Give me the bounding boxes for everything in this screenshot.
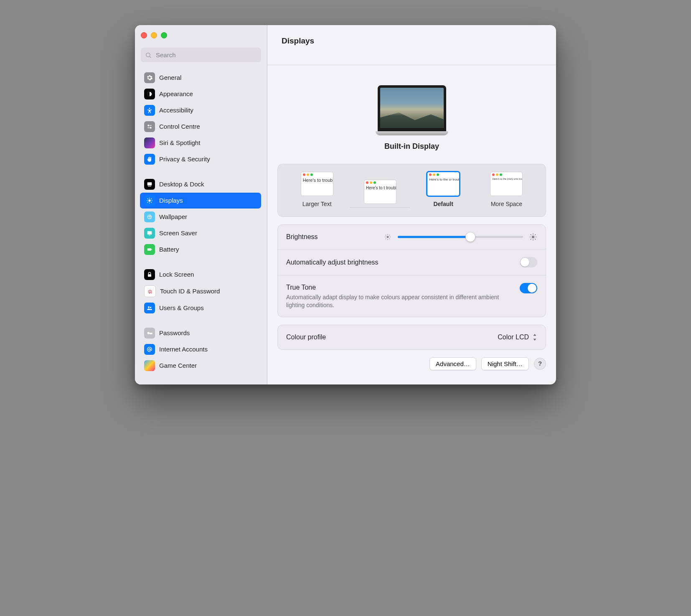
sidebar-item-label: Touch ID & Password: [160, 287, 220, 295]
svg-point-38: [532, 235, 535, 238]
resolution-option-medium[interactable]: Here's to t troublema ones who: [357, 180, 403, 208]
sidebar-item-label: Lock Screen: [159, 270, 194, 279]
svg-rect-9: [148, 186, 151, 186]
brightness-row: Brightness: [278, 225, 546, 249]
svg-point-25: [148, 306, 150, 308]
sidebar-item-displays[interactable]: Displays: [140, 193, 261, 209]
svg-line-34: [386, 235, 386, 235]
page-title: Displays: [282, 36, 556, 46]
brightness-label: Brightness: [286, 232, 318, 242]
up-down-chevron-icon: [532, 334, 537, 341]
colour-profile-row: Colour profile Color LCD: [278, 325, 546, 349]
sidebar-item-desktop-dock[interactable]: Desktop & Dock: [140, 176, 261, 192]
svg-line-35: [389, 239, 390, 239]
sidebar-item-users-groups[interactable]: Users & Groups: [140, 300, 261, 316]
svg-line-1: [150, 56, 151, 58]
main-content: Displays Built-in Display Here's to trou…: [267, 25, 556, 384]
zoom-window-icon[interactable]: [161, 32, 167, 38]
svg-line-46: [535, 234, 536, 235]
sidebar-item-passwords[interactable]: Passwords: [140, 325, 261, 341]
users-icon: [144, 303, 155, 313]
brightness-high-icon: [529, 233, 537, 241]
svg-rect-21: [149, 235, 150, 235]
system-settings-window: General Appearance Accessibility Control…: [135, 25, 556, 384]
accessibility-icon: [144, 105, 155, 116]
help-button[interactable]: ?: [534, 358, 546, 370]
true-tone-description: Automatically adapt display to make colo…: [286, 293, 503, 309]
svg-rect-23: [152, 249, 152, 250]
brightness-slider[interactable]: [398, 232, 523, 242]
search-field[interactable]: [141, 48, 261, 62]
advanced-button[interactable]: Advanced…: [429, 357, 476, 370]
wallpaper-icon: [144, 211, 155, 222]
svg-point-19: [147, 215, 151, 219]
search-input[interactable]: [155, 51, 257, 59]
sidebar-item-touchid-password[interactable]: Touch ID & Password: [140, 283, 261, 300]
sidebar-item-screen-saver[interactable]: Screen Saver: [140, 225, 261, 241]
svg-line-36: [386, 239, 386, 239]
night-shift-button[interactable]: Night Shift…: [481, 357, 529, 370]
sidebar-item-privacy-security[interactable]: Privacy & Security: [140, 151, 261, 167]
fingerprint-icon: [144, 285, 156, 297]
colour-profile-value: Color LCD: [498, 333, 529, 342]
svg-point-29: [387, 236, 389, 238]
desktop-dock-icon: [144, 179, 155, 190]
svg-line-15: [147, 199, 148, 199]
sidebar-item-label: Internet Accounts: [159, 345, 208, 354]
sidebar-item-lock-screen[interactable]: Lock Screen: [140, 267, 261, 283]
sidebar-nav: General Appearance Accessibility Control…: [139, 67, 263, 384]
svg-line-16: [151, 202, 152, 203]
svg-point-6: [150, 127, 151, 128]
sidebar-item-wallpaper[interactable]: Wallpaper: [140, 209, 261, 225]
svg-rect-20: [147, 231, 152, 234]
auto-brightness-toggle[interactable]: [520, 257, 537, 267]
screen-saver-icon: [144, 228, 155, 239]
true-tone-label: True Tone: [286, 283, 503, 292]
sidebar-item-control-centre[interactable]: Control Centre: [140, 119, 261, 135]
resolution-option-default[interactable]: Here's to the cr troublemakers. ones who…: [420, 172, 466, 208]
svg-rect-8: [147, 182, 152, 185]
true-tone-row: True Tone Automatically adapt display to…: [278, 275, 546, 317]
sidebar-item-battery[interactable]: Battery: [140, 242, 261, 257]
svg-rect-22: [147, 248, 151, 250]
colour-profile-select[interactable]: Color LCD: [498, 333, 537, 342]
device-preview: Built-in Display: [267, 72, 556, 164]
gear-icon: [144, 72, 155, 83]
sidebar: General Appearance Accessibility Control…: [135, 25, 267, 384]
sidebar-item-label: Wallpaper: [159, 213, 187, 221]
sidebar-item-game-center[interactable]: Game Center: [140, 358, 261, 374]
svg-line-17: [147, 202, 148, 203]
device-name: Built-in Display: [384, 141, 439, 151]
siri-icon: [144, 137, 155, 148]
svg-point-4: [148, 125, 149, 126]
sidebar-item-accessibility[interactable]: Accessibility: [140, 102, 261, 118]
svg-line-43: [531, 234, 531, 235]
svg-point-26: [150, 307, 151, 308]
appearance-icon: [144, 89, 155, 99]
resolution-option-more-space[interactable]: Here's to the crazy one troublemakers. T…: [483, 172, 529, 208]
auto-brightness-label: Automatically adjust brightness: [286, 258, 379, 267]
sidebar-item-general[interactable]: General: [140, 70, 261, 86]
sidebar-item-label: Screen Saver: [159, 229, 197, 237]
true-tone-toggle[interactable]: [520, 283, 537, 293]
svg-point-0: [146, 53, 150, 56]
key-icon: [144, 328, 155, 339]
svg-point-3: [149, 108, 150, 109]
sidebar-item-internet-accounts[interactable]: Internet Accounts: [140, 341, 261, 357]
brightness-panel: Brightness Automatically adjust brightne…: [277, 224, 546, 317]
laptop-preview[interactable]: [376, 85, 448, 135]
sidebar-item-label: Accessibility: [159, 106, 193, 115]
main-header: Displays: [267, 25, 556, 72]
sidebar-item-label: Control Centre: [159, 122, 200, 131]
sidebar-item-label: Displays: [159, 196, 183, 205]
sidebar-item-label: Passwords: [159, 329, 190, 337]
sidebar-item-appearance[interactable]: Appearance: [140, 86, 261, 102]
sidebar-item-label: Privacy & Security: [159, 155, 210, 163]
lock-icon: [144, 269, 155, 280]
close-window-icon[interactable]: [141, 32, 147, 38]
resolution-option-larger-text[interactable]: Here's to troublem Larger Text: [294, 172, 340, 208]
minimize-window-icon[interactable]: [151, 32, 157, 38]
svg-line-44: [535, 239, 536, 239]
at-icon: [144, 344, 155, 355]
sidebar-item-siri-spotlight[interactable]: Siri & Spotlight: [140, 135, 261, 151]
